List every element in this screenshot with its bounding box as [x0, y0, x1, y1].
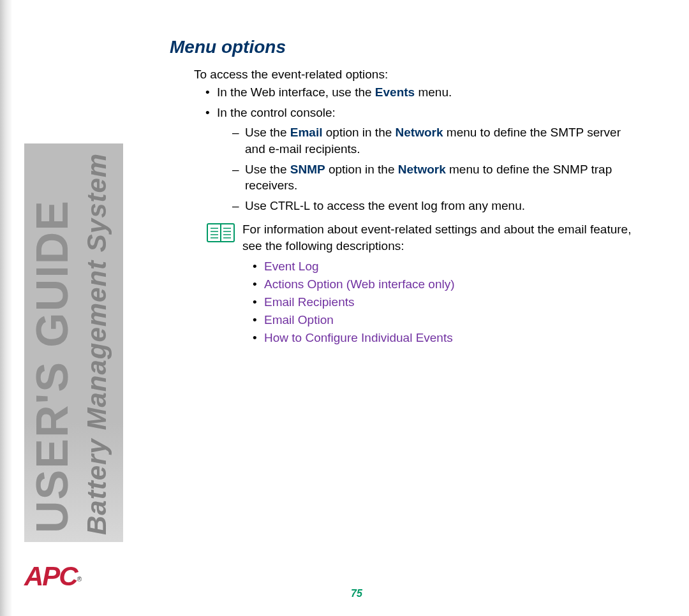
text-fragment: to access the event log from any menu. [310, 199, 525, 212]
logo-text: APC [24, 561, 77, 591]
bullet-text-suffix: menu. [415, 85, 452, 99]
hyperlink[interactable]: Event Log [264, 260, 319, 273]
bullet-text-prefix: In the Web interface, use the [217, 85, 375, 99]
text-fragment: Use [245, 199, 270, 212]
hyperlink[interactable]: How to Configure Individual Events [264, 331, 453, 344]
info-box: For information about event-related sett… [207, 221, 642, 254]
hyperlink[interactable]: Email Recipients [264, 295, 355, 309]
logo-registered-mark: ® [77, 576, 82, 583]
hyperlink[interactable]: Actions Option (Web interface only) [264, 277, 455, 291]
link-item-1: Actions Option (Web interface only) [253, 277, 642, 291]
bold-term: Network [398, 163, 446, 176]
dash-item-0: Use the Email option in the Network menu… [232, 124, 642, 157]
intro-text: To access the event-related options: [194, 68, 642, 82]
link-item-2: Email Recipients [253, 295, 642, 309]
link-item-3: Email Option [253, 313, 642, 327]
text-fragment: option in the [322, 126, 395, 139]
dash-sublist: Use the Email option in the Network menu… [232, 124, 642, 214]
text-fragment: option in the [325, 163, 398, 176]
info-text: For information about event-related sett… [242, 221, 642, 254]
bold-term-events: Events [375, 85, 415, 99]
bold-term: SNMP [290, 163, 325, 176]
page-binding-gradient [0, 0, 11, 616]
sidebar-title-sub: Battery Management System [82, 153, 112, 535]
content-area: Menu options To access the event-related… [170, 37, 642, 349]
book-icon [207, 223, 235, 246]
logo: APC® [24, 561, 101, 587]
bullet-item-control-console: In the control console: Use the Email op… [205, 105, 642, 214]
main-bullet-list: In the Web interface, use the Events men… [205, 84, 642, 214]
link-item-0: Event Log [253, 260, 642, 274]
keyboard-shortcut: CTRL-L [270, 200, 310, 212]
text-fragment: Use the [245, 126, 290, 139]
dash-item-1: Use the SNMP option in the Network menu … [232, 161, 642, 194]
page-container: USER'S GUIDE Battery Management System A… [0, 0, 689, 616]
link-item-4: How to Configure Individual Events [253, 331, 642, 345]
bold-term: Network [396, 126, 443, 139]
section-heading: Menu options [170, 37, 642, 57]
page-number: 75 [351, 588, 362, 599]
link-list: Event LogActions Option (Web interface o… [253, 260, 642, 345]
dash-item-2: Use CTRL-L to access the event log from … [232, 198, 642, 214]
hyperlink[interactable]: Email Option [264, 313, 334, 326]
bullet-text: In the control console: [217, 106, 336, 119]
sidebar-title-main: USER'S GUIDE [27, 200, 78, 533]
bold-term: Email [290, 126, 323, 139]
bullet-item-web-interface: In the Web interface, use the Events men… [205, 84, 642, 101]
text-fragment: Use the [245, 163, 290, 176]
